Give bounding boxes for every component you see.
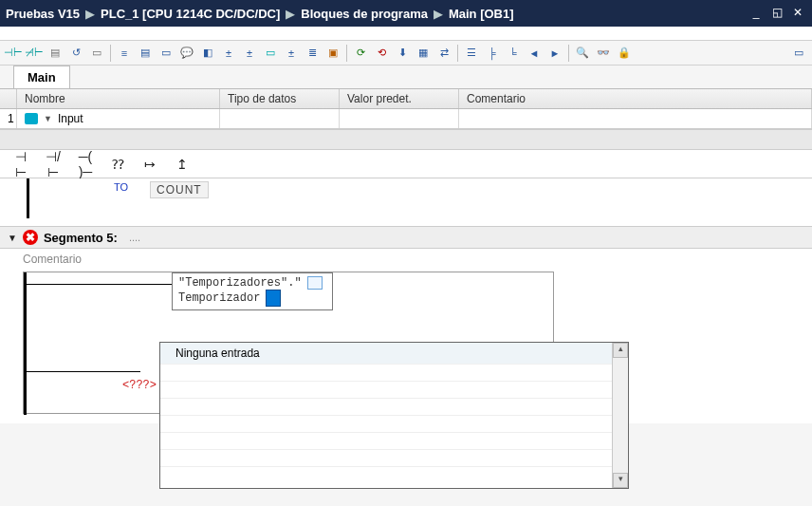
row-number: 1 <box>0 109 17 128</box>
compile-icon[interactable]: ▦ <box>414 44 433 63</box>
fav-branch-open[interactable]: ↦ <box>138 157 161 172</box>
find-icon[interactable]: 🔍 <box>573 44 592 63</box>
collapse-toggle-icon[interactable]: ▼ <box>8 233 17 243</box>
editor-tabstrip: Main <box>0 66 812 89</box>
comment-icon[interactable]: 💬 <box>177 44 196 63</box>
scroll-up-icon[interactable]: ▴ <box>613 343 628 358</box>
fav-empty-box[interactable]: ⁇ <box>106 157 129 172</box>
text-cursor-icon <box>266 290 281 307</box>
download-icon[interactable]: ⬇ <box>393 44 412 63</box>
prev-block-count-label: COUNT <box>150 181 209 198</box>
monitor-icon[interactable]: ☰ <box>462 44 481 63</box>
go-offline-icon[interactable]: ⟲ <box>372 44 391 63</box>
window-controls: _ ◱ ✕ <box>747 5 806 22</box>
minimize-button[interactable]: _ <box>747 5 765 22</box>
interface-row[interactable]: 1 ▼ Input <box>0 109 812 129</box>
toolbar-sep <box>110 45 111 62</box>
fav-neg-contact[interactable]: ⊣/⊢ <box>42 149 65 179</box>
power-rail <box>24 272 27 415</box>
operand-text-line2: Temporizador <box>178 291 260 305</box>
operand-picklist-button[interactable] <box>307 276 323 290</box>
favorites-bar: ⊣ ⊢ ⊣/⊢ ─( )─ ⁇ ↦ ↥ <box>0 150 812 178</box>
interface-icon[interactable]: ▭ <box>87 44 106 63</box>
toolbar-sep <box>457 45 458 62</box>
operand-input[interactable]: "Temporizadores"." Temporizador <box>172 272 333 310</box>
go-online-icon[interactable]: ⟳ <box>351 44 370 63</box>
autocomplete-item-none[interactable]: Ninguna entrada <box>160 343 612 365</box>
pane-splitter[interactable] <box>0 129 812 150</box>
col-rownum <box>0 89 17 108</box>
crumb-sep: ▶ <box>434 7 443 21</box>
scroll-down-icon[interactable]: ▾ <box>613 473 628 488</box>
col-tipo[interactable]: Tipo de datos <box>220 89 340 108</box>
expand-toggle-icon[interactable]: ▼ <box>44 114 52 123</box>
error-badge-icon: ✖ <box>23 230 38 245</box>
insert2-icon[interactable]: ± <box>240 44 259 63</box>
operand-text-line1: "Temporizadores"." <box>178 276 302 290</box>
editor-top-strip <box>0 27 812 41</box>
col-comentario[interactable]: Comentario <box>459 89 812 108</box>
row-nombre[interactable]: ▼ Input <box>17 109 220 128</box>
fav-branch-close[interactable]: ↥ <box>171 157 194 172</box>
breadcrumb: Pruebas V15 ▶ PLC_1 [CPU 1214C DC/DC/DC]… <box>6 7 514 21</box>
dropdown-scrollbar[interactable]: ▴ ▾ <box>612 343 628 488</box>
row-label: Input <box>58 112 83 125</box>
wire <box>27 284 175 285</box>
list-icon[interactable]: ≣ <box>303 44 322 63</box>
block-view-icon[interactable]: ▭ <box>157 44 175 63</box>
tab-main[interactable]: Main <box>13 66 70 88</box>
unassigned-operand[interactable]: <???> <box>122 379 157 392</box>
autocomplete-blank-row <box>160 365 612 382</box>
row-valor[interactable] <box>340 109 459 128</box>
tag-icon[interactable]: ◧ <box>198 44 217 63</box>
rows-icon[interactable]: ≡ <box>115 44 134 63</box>
split-view-icon[interactable]: ▤ <box>46 44 65 63</box>
segment5-header[interactable]: ▼ ✖ Segmento 5: .... <box>0 226 812 249</box>
autocomplete-dropdown[interactable]: Ninguna entrada ▴ ▾ <box>159 342 629 489</box>
autocomplete-list[interactable]: Ninguna entrada <box>160 343 612 488</box>
toolbar-sep <box>568 45 569 62</box>
structure-icon[interactable]: ╞ <box>483 44 502 63</box>
update-icon[interactable]: ↺ <box>66 44 85 63</box>
prev-block-to-label: TO <box>114 181 128 193</box>
neg-contact-tool-icon[interactable]: ⊣̸⊢ <box>25 44 44 63</box>
segment5-comment[interactable]: Comentario <box>23 253 789 266</box>
favorite-box-icon[interactable]: ▣ <box>323 44 342 63</box>
wire-branch <box>27 371 140 372</box>
autocomplete-blank-row <box>160 382 612 399</box>
editor-toolbar: ⊣⊢ ⊣̸⊢ ▤ ↺ ▭ ≡ ▤ ▭ 💬 ◧ ± ± ▭ ± ≣ ▣ ⟳ ⟲ ⬇… <box>0 41 812 66</box>
nav-left-icon[interactable]: ◄ <box>525 44 544 63</box>
properties-icon[interactable]: ▭ <box>789 44 808 63</box>
restore-button[interactable]: ◱ <box>768 5 785 22</box>
segment5-ellipsis: .... <box>129 232 140 243</box>
iobox-icon[interactable]: ▭ <box>261 44 280 63</box>
crumb-plc: PLC_1 [CPU 1214C DC/DC/DC] <box>101 7 280 21</box>
row-comentario[interactable] <box>459 109 812 128</box>
autocomplete-blank-row <box>160 399 612 416</box>
autocomplete-blank-row <box>160 416 612 433</box>
segment5-title: Segmento 5: <box>44 231 118 245</box>
close-button[interactable]: ✕ <box>789 5 806 22</box>
structure2-icon[interactable]: ╘ <box>504 44 523 63</box>
col-valor[interactable]: Valor predet. <box>340 89 459 108</box>
ladder-editor[interactable]: TO COUNT <box>0 178 812 226</box>
crumb-project: Pruebas V15 <box>6 7 80 21</box>
crumb-sep: ▶ <box>286 7 295 21</box>
window-titlebar: Pruebas V15 ▶ PLC_1 [CPU 1214C DC/DC/DC]… <box>0 0 812 27</box>
crumb-block: Main [OB1] <box>449 7 514 21</box>
nav-right-icon[interactable]: ► <box>545 44 564 63</box>
lock-icon[interactable]: 🔒 <box>615 44 634 63</box>
col-nombre[interactable]: Nombre <box>17 89 220 108</box>
autocomplete-blank-row <box>160 450 612 467</box>
insert-icon[interactable]: ± <box>219 44 238 63</box>
autocomplete-blank-row <box>160 433 612 450</box>
fav-coil[interactable]: ─( )─ <box>74 149 97 179</box>
contact-tool-icon[interactable]: ⊣⊢ <box>4 44 23 63</box>
param-group-icon <box>25 113 38 124</box>
glasses-icon[interactable]: 👓 <box>594 44 613 63</box>
insert3-icon[interactable]: ± <box>282 44 301 63</box>
fav-contact[interactable]: ⊣ ⊢ <box>9 149 32 179</box>
row-tipo[interactable] <box>220 109 340 128</box>
network-view-icon[interactable]: ▤ <box>136 44 155 63</box>
compare-icon[interactable]: ⇄ <box>434 44 453 63</box>
